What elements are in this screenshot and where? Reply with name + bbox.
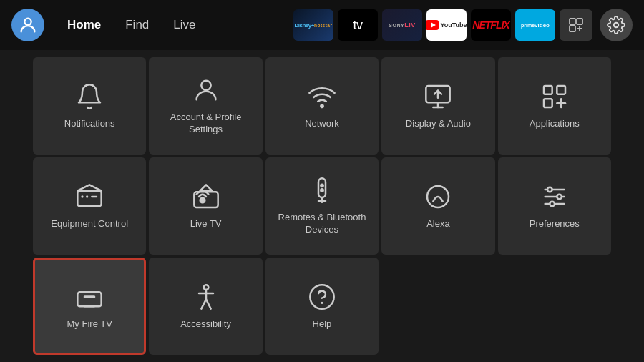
svg-point-35 xyxy=(557,194,562,199)
grid-item-display-audio[interactable]: Display & Audio xyxy=(381,57,494,155)
app-netflix[interactable]: NETFLIX xyxy=(471,9,511,41)
svg-rect-25 xyxy=(318,178,326,197)
top-navigation: Home Find Live Disney+ hotstar tv SONY L… xyxy=(0,0,644,50)
svg-point-34 xyxy=(547,187,552,192)
settings-grid: Notifications Account & Profile Settings… xyxy=(0,50,644,362)
display-audio-label: Display & Audio xyxy=(406,118,471,130)
grid-item-network[interactable]: Network xyxy=(265,57,379,155)
all-apps-button[interactable] xyxy=(560,9,592,41)
grid-item-remotes-bluetooth[interactable]: Remotes & Bluetooth Devices xyxy=(265,157,379,255)
grid-item-accessibility[interactable]: Accessibility xyxy=(149,258,262,355)
equipment-control-label: Equipment Control xyxy=(51,218,128,230)
nav-links: Home Find Live xyxy=(56,14,208,36)
remotes-bluetooth-label: Remotes & Bluetooth Devices xyxy=(271,212,373,236)
grid-item-account-profile[interactable]: Account & Profile Settings xyxy=(149,57,262,155)
svg-rect-3 xyxy=(570,26,575,31)
svg-point-8 xyxy=(321,104,323,107)
app-icons-bar: Disney+ hotstar tv SONY LIV YouTube NETF… xyxy=(293,9,592,41)
grid-item-my-fire-tv[interactable]: My Fire TV xyxy=(33,258,146,355)
svg-point-6 xyxy=(614,23,619,28)
nav-live[interactable]: Live xyxy=(162,14,207,36)
grid-item-notifications[interactable]: Notifications xyxy=(33,57,146,155)
svg-point-29 xyxy=(321,189,323,191)
app-disney-plus[interactable]: Disney+ hotstar xyxy=(293,9,333,41)
svg-rect-18 xyxy=(78,190,102,206)
nav-find[interactable]: Find xyxy=(114,14,160,36)
help-label: Help xyxy=(313,318,332,331)
settings-button[interactable] xyxy=(600,9,633,41)
grid-item-alexa[interactable]: Alexa xyxy=(381,157,494,255)
app-apple-tv[interactable]: tv xyxy=(338,9,378,41)
notifications-label: Notifications xyxy=(64,118,115,130)
svg-point-26 xyxy=(321,185,323,187)
svg-rect-37 xyxy=(78,292,102,306)
user-avatar[interactable] xyxy=(11,9,44,41)
svg-rect-1 xyxy=(570,19,575,24)
nav-home[interactable]: Home xyxy=(56,14,112,36)
grid-item-equipment-control[interactable]: Equipment Control xyxy=(33,157,146,255)
alexa-label: Alexa xyxy=(426,218,450,230)
grid-item-preferences[interactable]: Preferences xyxy=(498,157,611,255)
accessibility-label: Accessibility xyxy=(180,318,231,331)
svg-rect-39 xyxy=(84,295,96,298)
svg-point-0 xyxy=(24,19,31,25)
grid-item-applications[interactable]: Applications xyxy=(498,57,611,155)
network-label: Network xyxy=(305,118,339,130)
grid-item-help[interactable]: Help xyxy=(265,258,379,355)
svg-rect-14 xyxy=(557,86,565,94)
svg-point-36 xyxy=(550,201,555,206)
app-youtube[interactable]: YouTube xyxy=(426,9,467,41)
svg-rect-15 xyxy=(544,99,552,107)
svg-point-42 xyxy=(310,285,333,308)
svg-rect-2 xyxy=(577,19,582,24)
svg-point-7 xyxy=(201,81,210,90)
account-profile-label: Account & Profile Settings xyxy=(155,112,256,136)
preferences-label: Preferences xyxy=(530,218,580,230)
my-fire-tv-label: My Fire TV xyxy=(67,318,112,331)
applications-label: Applications xyxy=(530,118,580,130)
app-prime-video[interactable]: prime video xyxy=(515,9,555,41)
grid-item-live-tv[interactable]: Live TV xyxy=(149,157,262,255)
live-tv-label: Live TV xyxy=(190,218,222,230)
svg-rect-13 xyxy=(544,86,552,94)
app-sony-liv[interactable]: SONY LIV xyxy=(382,9,422,41)
